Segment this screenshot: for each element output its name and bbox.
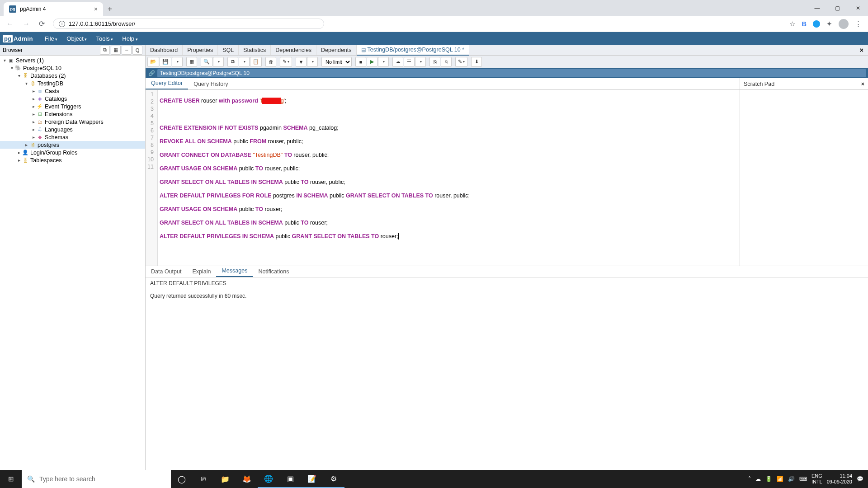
paste-button[interactable]: 📋: [250, 57, 262, 67]
copy-button[interactable]: ⧉: [227, 57, 238, 67]
tree-roles[interactable]: Login/Group Roles: [30, 150, 77, 156]
start-button[interactable]: ⊞: [0, 470, 22, 488]
browser-tab[interactable]: pg pgAdmin 4 ×: [4, 2, 103, 16]
tray-clock[interactable]: 11:0409-09-2020: [827, 473, 852, 485]
tab-dependencies[interactable]: Dependencies: [271, 45, 316, 55]
tree-extensions[interactable]: Extensions: [45, 111, 72, 117]
connection-icon[interactable]: 🔗: [146, 70, 157, 76]
explain-dropdown[interactable]: [415, 57, 426, 67]
rollback-button[interactable]: ⎗: [441, 57, 452, 67]
delete-button[interactable]: 🗑: [265, 57, 276, 67]
filter-button[interactable]: ▼: [296, 57, 307, 67]
panel-btn-2[interactable]: ▦: [111, 46, 121, 55]
panel-btn-1[interactable]: ⧉: [100, 46, 110, 55]
menu-file[interactable]: File: [41, 33, 61, 44]
tab-explain[interactable]: Explain: [187, 266, 216, 277]
tray-keyboard-icon[interactable]: ⌨: [799, 476, 807, 482]
tab-query-history[interactable]: Query History: [188, 79, 233, 89]
tab-sql[interactable]: SQL: [218, 45, 239, 55]
tab-query-tool[interactable]: ▤TestingDB/postgres@PostgreSQL 10 *: [357, 45, 469, 56]
tab-dashboard[interactable]: Dashboard: [146, 45, 183, 55]
scratch-pad[interactable]: Scratch Pad ×: [740, 78, 868, 266]
panel-search-button[interactable]: Q: [132, 46, 142, 55]
macros-dropdown[interactable]: ✎: [455, 57, 467, 67]
tree-casts[interactable]: Casts: [45, 88, 59, 94]
tab-close-icon[interactable]: ×: [94, 5, 98, 13]
minimize-button[interactable]: —: [807, 0, 827, 16]
tab-data-output[interactable]: Data Output: [146, 266, 187, 277]
code-content[interactable]: CREATE USER rouser with password 'txxg';…: [158, 90, 472, 266]
extension-globe-icon[interactable]: [813, 20, 820, 28]
tree-tablespaces[interactable]: Tablespaces: [30, 157, 62, 164]
tree-eventtriggers[interactable]: Event Triggers: [45, 103, 81, 110]
firefox-icon[interactable]: 🦊: [236, 470, 258, 488]
tree-postgres[interactable]: postgres: [38, 142, 59, 148]
open-file-button[interactable]: 📂: [147, 57, 159, 67]
tree-servers[interactable]: Servers (1): [16, 57, 44, 64]
chrome-menu-icon[interactable]: ⋮: [855, 20, 862, 28]
chrome-icon[interactable]: 🌐: [258, 470, 279, 488]
tray-volume-icon[interactable]: 🔊: [788, 476, 795, 482]
sql-editor[interactable]: 1234567891011 CREATE USER rouser with pa…: [146, 90, 740, 266]
tray-language[interactable]: ENGINTL: [811, 473, 822, 485]
close-window-button[interactable]: ✕: [848, 0, 868, 16]
tab-query-editor[interactable]: Query Editor: [146, 78, 188, 89]
tray-chevron-icon[interactable]: ˄: [748, 476, 751, 482]
limit-select[interactable]: No limit: [321, 57, 352, 67]
tray-battery-icon[interactable]: 🔋: [765, 476, 772, 482]
explain-analyze-button[interactable]: ☰: [404, 57, 415, 67]
find-dropdown[interactable]: [213, 57, 224, 67]
tree-languages[interactable]: Languages: [45, 127, 73, 133]
forward-button[interactable]: →: [20, 18, 33, 30]
url-field[interactable]: i 127.0.0.1:60115/browser/: [53, 19, 324, 29]
new-tab-button[interactable]: +: [103, 2, 117, 16]
stop-button[interactable]: ■: [355, 57, 366, 67]
tab-messages[interactable]: Messages: [216, 265, 253, 277]
task-view-button[interactable]: ◯: [171, 470, 193, 488]
explain-button[interactable]: ☁: [392, 57, 403, 67]
extensions-icon[interactable]: ✦: [826, 20, 832, 28]
taskbar-search[interactable]: 🔍 Type here to search: [22, 470, 171, 488]
site-info-icon[interactable]: i: [59, 21, 65, 27]
menu-object[interactable]: Object: [63, 33, 90, 44]
find-button[interactable]: 🔍: [201, 57, 212, 67]
scratch-pad-close[interactable]: ×: [861, 81, 864, 87]
notepad-icon[interactable]: 📝: [301, 470, 323, 488]
extension-b-icon[interactable]: B: [802, 20, 807, 28]
tree-catalogs[interactable]: Catalogs: [45, 96, 67, 102]
commit-button[interactable]: ⎘: [429, 57, 440, 67]
tree-pg10[interactable]: PostgreSQL 10: [23, 65, 61, 71]
profile-avatar[interactable]: [839, 19, 849, 29]
maximize-button[interactable]: ▢: [827, 0, 848, 16]
close-panel-button[interactable]: ×: [855, 47, 868, 54]
connection-label[interactable]: TestingDB/postgres@PostgreSQL 10: [157, 69, 866, 77]
tree-testingdb[interactable]: TestingDB: [38, 80, 63, 87]
save-dropdown[interactable]: [172, 57, 183, 67]
tray-onedrive-icon[interactable]: ☁: [755, 476, 761, 482]
download-button[interactable]: ⬇: [471, 57, 482, 67]
tree-schemas[interactable]: Schemas: [45, 134, 68, 141]
copy-dropdown[interactable]: [239, 57, 250, 67]
object-tree[interactable]: ▾▣Servers (1) ▾🐘PostgreSQL 10 ▾🗄Database…: [0, 56, 145, 470]
tray-notifications-icon[interactable]: 💬: [857, 476, 863, 482]
pgadmin-logo[interactable]: pgAdmin: [3, 35, 33, 42]
save-file-button[interactable]: 💾: [160, 57, 171, 67]
tray-network-icon[interactable]: 📶: [777, 476, 783, 482]
tab-dependents[interactable]: Dependents: [316, 45, 356, 55]
panel-btn-3[interactable]: ⎓: [122, 46, 132, 55]
back-button[interactable]: ←: [4, 18, 16, 30]
menu-tools[interactable]: Tools: [92, 33, 117, 44]
save-grid-button[interactable]: ▦: [186, 57, 197, 67]
file-explorer-icon[interactable]: 📁: [214, 470, 236, 488]
tab-properties[interactable]: Properties: [183, 45, 218, 55]
filter-dropdown[interactable]: [307, 57, 318, 67]
tree-fdw[interactable]: Foreign Data Wrappers: [45, 119, 104, 125]
terminal-icon[interactable]: ▣: [279, 470, 301, 488]
execute-dropdown[interactable]: [378, 57, 389, 67]
bookmark-icon[interactable]: ☆: [789, 20, 795, 28]
reload-button[interactable]: ⟳: [36, 18, 47, 30]
cortana-button[interactable]: ⎚: [193, 470, 214, 488]
settings-icon[interactable]: ⚙: [323, 470, 344, 488]
execute-button[interactable]: ▶: [367, 57, 377, 67]
menu-help[interactable]: Help: [118, 33, 141, 44]
